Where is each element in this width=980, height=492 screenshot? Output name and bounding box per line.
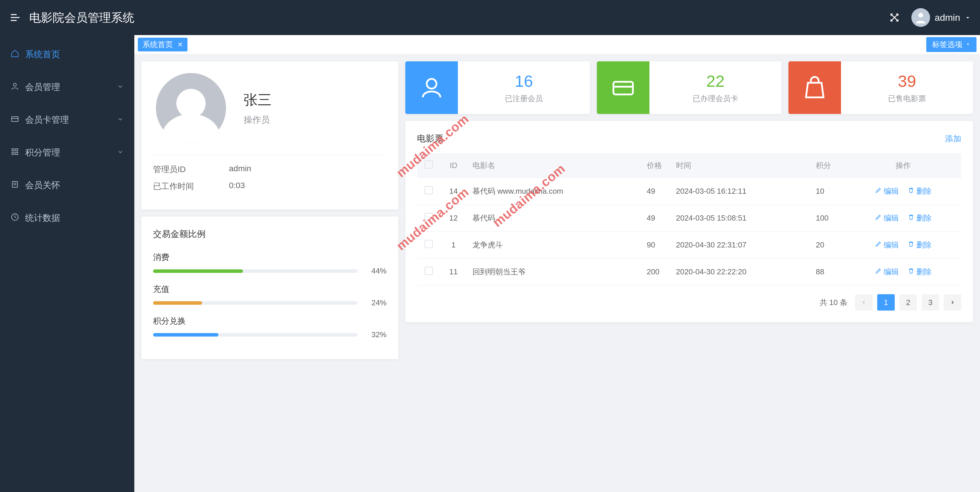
delete-button[interactable]: 删除	[908, 267, 932, 277]
col-header-3: 时间	[670, 153, 810, 178]
progress-bar	[153, 301, 358, 305]
progress-label: 消费	[153, 252, 387, 263]
chevron-down-icon	[117, 115, 124, 125]
tab-options-button[interactable]: 标签选项	[926, 37, 977, 52]
trash-icon	[908, 267, 915, 276]
cell-time: 2024-03-05 15:08:51	[670, 205, 810, 232]
sidebar-item-0[interactable]: 系统首页	[0, 38, 134, 71]
edit-button[interactable]: 编辑	[875, 186, 899, 196]
checkbox-all[interactable]	[425, 161, 433, 169]
stat-number: 16	[515, 72, 533, 91]
page-next-button[interactable]	[944, 294, 961, 310]
sidebar-item-4[interactable]: 会员关怀	[0, 169, 134, 202]
edit-icon	[875, 240, 882, 250]
user-menu[interactable]: admin	[912, 8, 970, 27]
col-header-4: 积分	[810, 153, 845, 178]
progress-label: 积分兑换	[153, 315, 387, 326]
tab-home[interactable]: 系统首页 ✕	[138, 38, 188, 51]
row-checkbox[interactable]	[425, 186, 433, 194]
profile-avatar	[156, 73, 226, 143]
cell-name: 龙争虎斗	[467, 232, 641, 259]
edit-button[interactable]: 编辑	[875, 267, 899, 277]
sidebar-item-5[interactable]: 统计数据	[0, 202, 134, 234]
avatar	[912, 8, 930, 27]
profile-card: 张三 操作员 管理员ID admin 已工作时间 0:03	[142, 61, 398, 210]
main-area: 系统首页 ✕ 标签选项 张三 操作员	[134, 35, 980, 492]
trash-icon	[908, 240, 915, 250]
cell-name: 慕代码 www.mudaima.com	[467, 178, 641, 205]
table-row: 12慕代码492024-03-05 15:08:51100编辑删除	[417, 205, 961, 232]
svg-rect-18	[614, 82, 633, 94]
fullscreen-icon[interactable]	[889, 12, 900, 23]
stat-label: 已办理会员卡	[693, 94, 738, 104]
edit-button[interactable]: 编辑	[875, 213, 899, 223]
sidebar: 系统首页会员管理会员卡管理积分管理会员关怀统计数据	[0, 35, 134, 492]
row-checkbox[interactable]	[425, 267, 433, 275]
stat-label: 已售电影票	[888, 94, 926, 104]
menu-toggle-icon[interactable]	[10, 12, 21, 23]
cell-price: 49	[641, 178, 670, 205]
cell-time: 2024-03-05 16:12:11	[670, 178, 810, 205]
movie-table: ID电影名价格时间积分操作 14慕代码 www.mudaima.com49202…	[417, 153, 961, 285]
tab-bar: 系统首页 ✕ 标签选项	[134, 35, 980, 54]
pagination: 共 10 条 123	[417, 294, 961, 310]
cell-points: 20	[810, 232, 845, 259]
svg-rect-9	[12, 149, 14, 151]
svg-rect-11	[12, 152, 14, 154]
delete-button[interactable]: 删除	[908, 240, 932, 250]
grid-icon	[11, 147, 19, 158]
app-title: 电影院会员管理系统	[29, 10, 134, 26]
admin-id-value: admin	[229, 164, 251, 175]
sidebar-item-3[interactable]: 积分管理	[0, 136, 134, 169]
table-row: 14慕代码 www.mudaima.com492024-03-05 16:12:…	[417, 178, 961, 205]
progress-percent: 24%	[363, 298, 387, 307]
profile-name: 张三	[243, 91, 272, 109]
close-icon[interactable]: ✕	[178, 41, 183, 48]
table-title: 电影票	[417, 133, 443, 145]
stat-number: 22	[706, 72, 724, 91]
sidebar-item-label: 会员关怀	[25, 179, 60, 191]
worktime-value: 0:03	[229, 181, 245, 192]
page-prev-button[interactable]	[855, 294, 873, 310]
cell-id: 14	[441, 178, 467, 205]
progress-item-2: 积分兑换32%	[153, 315, 387, 339]
sidebar-item-1[interactable]: 会员管理	[0, 71, 134, 103]
edit-icon	[875, 187, 882, 196]
user-icon	[11, 82, 19, 92]
cell-price: 200	[641, 259, 670, 285]
progress-card: 交易金额比例 消费44%充值24%积分兑换32%	[142, 217, 398, 359]
svg-rect-10	[16, 149, 18, 151]
cell-points: 88	[810, 259, 845, 285]
bag-icon	[788, 61, 841, 114]
sidebar-item-label: 积分管理	[25, 146, 60, 159]
stat-card-2: 39已售电影票	[788, 61, 973, 114]
edit-icon	[875, 213, 882, 223]
page-button-3[interactable]: 3	[921, 294, 939, 310]
chevron-down-icon	[117, 82, 124, 92]
note-icon	[11, 180, 19, 191]
card-icon	[11, 115, 19, 125]
row-checkbox[interactable]	[425, 240, 433, 248]
progress-bar	[153, 269, 358, 273]
clock-icon	[11, 213, 19, 223]
page-button-1[interactable]: 1	[877, 294, 895, 310]
progress-title: 交易金额比例	[153, 228, 387, 240]
trash-icon	[908, 213, 915, 223]
col-header-5: 操作	[845, 153, 961, 178]
sidebar-item-2[interactable]: 会员卡管理	[0, 103, 134, 136]
sidebar-item-label: 会员管理	[25, 81, 60, 93]
movie-ticket-card: 电影票 添加 ID电影名价格时间积分操作 14慕代码 www.mudaima.c…	[405, 121, 973, 322]
delete-button[interactable]: 删除	[908, 213, 932, 223]
page-button-2[interactable]: 2	[899, 294, 917, 310]
add-button[interactable]: 添加	[945, 133, 961, 144]
svg-rect-12	[16, 152, 18, 154]
delete-button[interactable]: 删除	[908, 186, 932, 196]
row-checkbox[interactable]	[425, 213, 433, 221]
progress-item-0: 消费44%	[153, 252, 387, 275]
edit-button[interactable]: 编辑	[875, 240, 899, 250]
cell-time: 2020-04-30 22:22:20	[670, 259, 810, 285]
card-icon	[597, 61, 649, 114]
tab-options-label: 标签选项	[932, 40, 963, 50]
cell-id: 11	[441, 259, 467, 285]
col-header-0: ID	[441, 153, 467, 178]
